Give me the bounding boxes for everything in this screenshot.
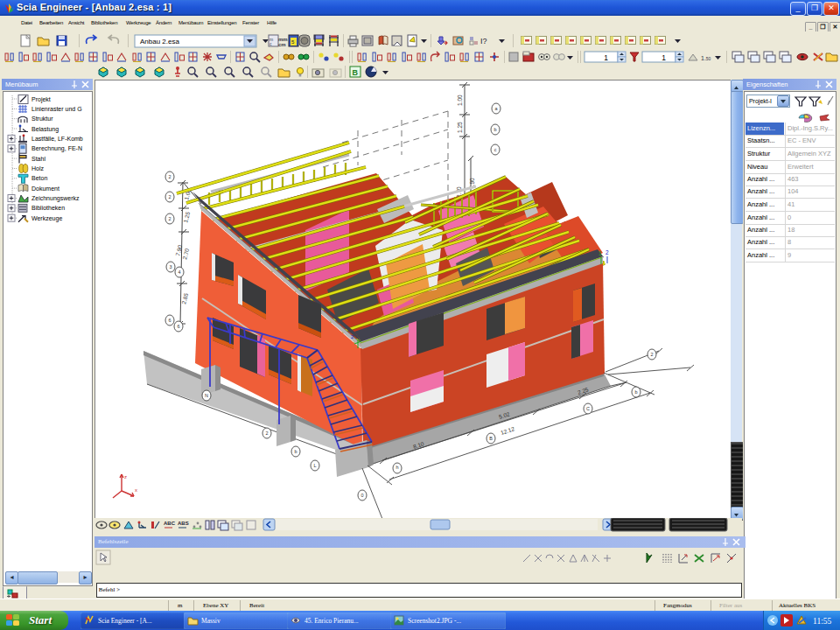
svg-text:0: 0 <box>360 493 363 498</box>
svg-text:2: 2 <box>650 352 653 357</box>
svg-text:2: 2 <box>168 216 171 221</box>
svg-text:Linienraster und G: Linienraster und G <box>32 106 82 112</box>
svg-text:x: x <box>135 487 137 493</box>
svg-text:4: 4 <box>178 270 180 275</box>
svg-text:1: 1 <box>604 53 608 62</box>
svg-text:2: 2 <box>265 430 268 436</box>
svg-text:1.50: 1.50 <box>701 55 711 61</box>
svg-text:Dokument: Dokument <box>32 186 60 192</box>
svg-text:b: b <box>294 449 297 454</box>
svg-text:2: 2 <box>168 174 171 179</box>
svg-text:C: C <box>586 406 590 411</box>
svg-text:6: 6 <box>168 318 171 323</box>
svg-text:Werkzeuge: Werkzeuge <box>32 215 62 222</box>
svg-text:Holz: Holz <box>32 165 45 172</box>
svg-text:1: 1 <box>598 250 602 256</box>
svg-text:cm: cm <box>278 42 286 47</box>
svg-text:Beton: Beton <box>32 175 47 181</box>
svg-text:Projekt: Projekt <box>32 96 51 103</box>
svg-text:Anbau 2.esa: Anbau 2.esa <box>140 38 179 46</box>
svg-text:B: B <box>489 436 493 441</box>
svg-text:1.25: 1.25 <box>182 211 191 223</box>
svg-text:N: N <box>205 393 208 398</box>
svg-text:c: c <box>494 147 497 152</box>
svg-text:11:55: 11:55 <box>813 617 832 626</box>
svg-text:Bibliotheken: Bibliotheken <box>32 205 65 211</box>
svg-text:2.85: 2.85 <box>180 292 189 304</box>
svg-text:Lastfälle, LF-Komb: Lastfälle, LF-Komb <box>32 136 83 142</box>
svg-text:Berechnung, FE-N: Berechnung, FE-N <box>32 145 82 152</box>
svg-text:b: b <box>634 389 637 395</box>
svg-text:2: 2 <box>168 194 171 200</box>
svg-text:I?: I? <box>480 37 487 46</box>
svg-text:z: z <box>124 474 127 480</box>
svg-text:ABS: ABS <box>178 521 189 526</box>
svg-text:2: 2 <box>606 249 609 256</box>
svg-text:Belastung: Belastung <box>32 126 59 133</box>
svg-text:B: B <box>353 68 359 77</box>
svg-text:12.12: 12.12 <box>500 425 515 436</box>
svg-text:b: b <box>494 127 496 132</box>
svg-text:Struktur: Struktur <box>32 116 53 122</box>
svg-text:1.25: 1.25 <box>457 122 463 133</box>
svg-text:6: 6 <box>177 324 179 329</box>
svg-text:ABC: ABC <box>164 521 176 526</box>
svg-text:Stahl: Stahl <box>32 156 46 162</box>
svg-text:1: 1 <box>662 53 666 62</box>
svg-text:Zeichnungswerkz: Zeichnungswerkz <box>32 195 80 202</box>
svg-text:1.00: 1.00 <box>457 94 463 106</box>
svg-text:h: h <box>396 465 398 470</box>
svg-text:3: 3 <box>169 264 172 270</box>
svg-text:2.70: 2.70 <box>181 248 190 260</box>
svg-text:L: L <box>313 463 316 468</box>
